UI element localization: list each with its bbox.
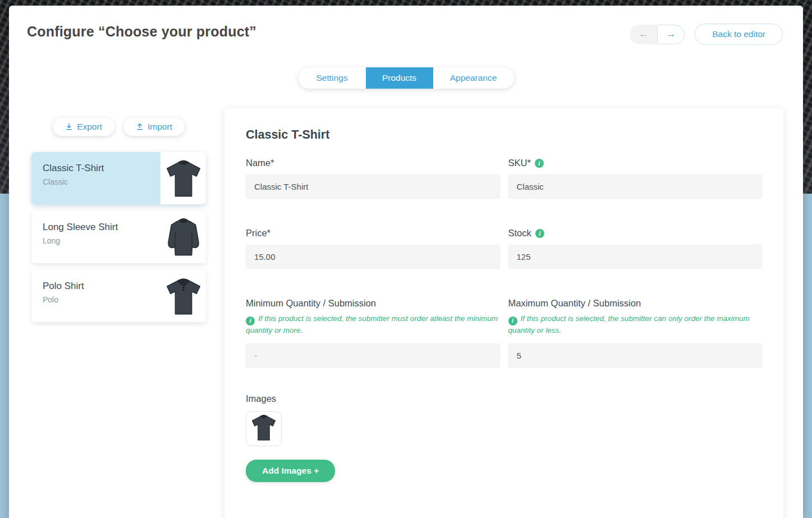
- product-sku: Long: [43, 236, 160, 245]
- tab-group: Settings Products Appearance: [299, 67, 514, 89]
- product-sidebar: Export Import Classic T-Shirt Classic: [31, 108, 206, 518]
- export-label: Export: [77, 122, 102, 132]
- product-name: Polo Shirt: [43, 281, 160, 292]
- product-list-item-long-sleeve-shirt[interactable]: Long Sleeve Shirt Long: [31, 211, 206, 263]
- tab-products[interactable]: Products: [366, 67, 433, 89]
- product-list-item-polo-shirt[interactable]: Polo Shirt Polo: [31, 270, 206, 322]
- images-section: Images Add Images +: [246, 393, 762, 482]
- page-title: Configure “Choose your product”: [27, 24, 256, 40]
- product-card-text: Long Sleeve Shirt Long: [31, 211, 160, 263]
- product-detail-title: Classic T-Shirt: [246, 128, 762, 142]
- product-detail-panel: Classic T-Shirt Name* SKU* i: [224, 108, 783, 518]
- min-quantity-field-group: Minimum Quantity / Submission iIf this p…: [246, 298, 500, 368]
- product-sku: Classic: [43, 177, 160, 186]
- price-label: Price*: [246, 228, 500, 239]
- max-quantity-label: Maximum Quantity / Submission: [508, 298, 763, 309]
- sku-label: SKU* i: [508, 158, 763, 168]
- back-to-editor-button[interactable]: Back to editor: [695, 24, 783, 45]
- sku-info-icon[interactable]: i: [535, 159, 544, 168]
- name-sku-row: Name* SKU* i: [246, 158, 762, 199]
- min-quantity-label: Minimum Quantity / Submission: [246, 298, 500, 309]
- previous-element-button[interactable]: ←: [630, 25, 657, 44]
- download-icon: [65, 123, 73, 131]
- tabs-row: Settings Products Appearance: [9, 67, 803, 89]
- import-export-row: Export Import: [31, 118, 206, 136]
- max-quantity-helper-text: iIf this product is selected, the submit…: [508, 314, 763, 336]
- tshirt-thumbnail-icon: [249, 412, 278, 446]
- header-actions: ← → Back to editor: [630, 24, 783, 45]
- sku-field-group: SKU* i: [508, 158, 763, 199]
- name-input[interactable]: [246, 175, 500, 199]
- stock-label: Stock i: [508, 228, 763, 239]
- product-list-item-classic-tshirt[interactable]: Classic T-Shirt Classic: [31, 152, 206, 204]
- element-nav-arrows: ← →: [630, 25, 685, 44]
- arrow-left-icon: ←: [639, 29, 648, 40]
- arrow-right-icon: →: [666, 29, 676, 40]
- modal-header: Configure “Choose your product” ← → Back…: [9, 6, 803, 45]
- product-sku: Polo: [43, 295, 160, 304]
- stock-field-group: Stock i: [508, 228, 763, 269]
- name-field-group: Name*: [246, 158, 500, 199]
- tshirt-icon: [160, 152, 206, 204]
- long-sleeve-shirt-icon: [160, 211, 206, 263]
- price-field-group: Price*: [246, 228, 500, 269]
- upload-icon: [136, 123, 144, 131]
- images-label: Images: [246, 393, 762, 404]
- max-quantity-input[interactable]: [508, 343, 763, 368]
- product-name: Long Sleeve Shirt: [43, 222, 160, 233]
- name-label: Name*: [246, 158, 500, 168]
- product-card-text: Classic T-Shirt Classic: [31, 152, 160, 204]
- stock-info-icon[interactable]: i: [535, 229, 544, 238]
- import-button[interactable]: Import: [123, 118, 185, 136]
- product-name: Classic T-Shirt: [43, 163, 160, 174]
- quantity-row: Minimum Quantity / Submission iIf this p…: [246, 298, 762, 368]
- price-input[interactable]: [246, 245, 500, 269]
- tab-appearance[interactable]: Appearance: [433, 67, 514, 89]
- import-label: Import: [148, 122, 172, 132]
- stock-input[interactable]: [508, 245, 763, 269]
- content-area: Export Import Classic T-Shirt Classic: [9, 108, 803, 518]
- price-stock-row: Price* Stock i: [246, 228, 762, 269]
- product-card-text: Polo Shirt Polo: [31, 270, 160, 322]
- tab-settings[interactable]: Settings: [299, 67, 366, 89]
- export-button[interactable]: Export: [53, 118, 114, 136]
- sku-input[interactable]: [508, 175, 763, 199]
- min-quantity-helper-text: iIf this product is selected, the submit…: [246, 314, 500, 336]
- next-element-button[interactable]: →: [657, 25, 685, 44]
- product-image-thumbnail[interactable]: [246, 411, 282, 446]
- min-quantity-input[interactable]: [246, 343, 500, 368]
- configure-modal: Configure “Choose your product” ← → Back…: [9, 6, 803, 518]
- polo-shirt-icon: [160, 270, 206, 322]
- info-icon: i: [508, 317, 517, 326]
- add-images-button[interactable]: Add Images +: [246, 460, 335, 482]
- max-quantity-field-group: Maximum Quantity / Submission iIf this p…: [508, 298, 763, 368]
- info-icon: i: [246, 317, 255, 326]
